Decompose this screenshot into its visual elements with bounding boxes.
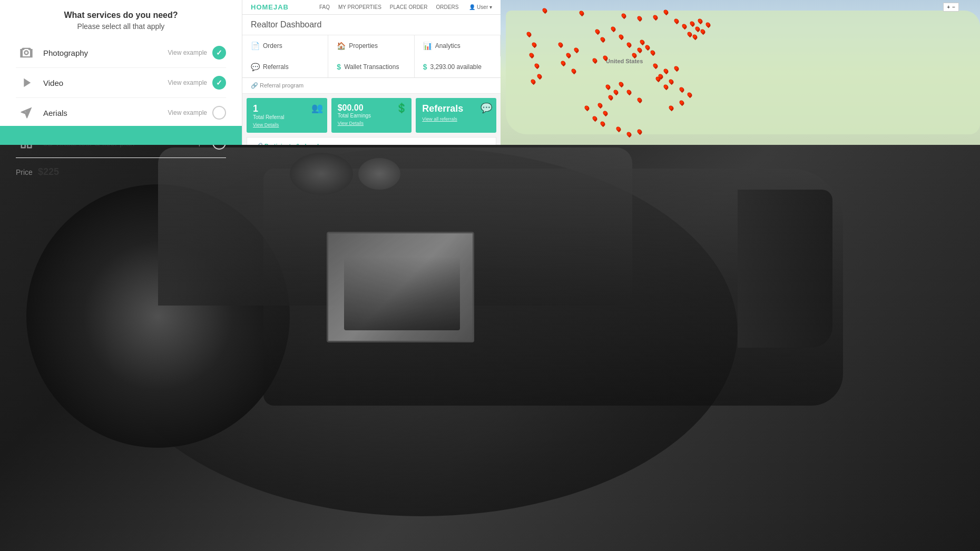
- dashboard-panel: HOMEJAB FAQ MY PROPERTIES PLACE ORDER OR…: [242, 0, 501, 145]
- stat-referral-details[interactable]: View Details: [253, 122, 321, 127]
- stat-card-referral: 👥 1 Total Referral View Details: [247, 98, 327, 133]
- stat-referral-number: 1: [253, 103, 321, 114]
- stat-earnings-label: Total Earnings: [338, 113, 406, 119]
- price-label: Price: [16, 168, 33, 176]
- map-zoom-out[interactable]: −: [952, 4, 955, 10]
- nav-analytics-label: Analytics: [435, 42, 460, 50]
- video-checkbox[interactable]: [212, 76, 226, 90]
- logo-home: HOME: [251, 3, 273, 11]
- stat-referral-icon: 👥: [311, 102, 323, 114]
- homejab-logo: HOMEJAB: [251, 3, 289, 11]
- continue-button[interactable]: [0, 126, 242, 145]
- aerials-icon: [16, 102, 37, 123]
- dashboard-header: HOMEJAB FAQ MY PROPERTIES PLACE ORDER OR…: [242, 0, 501, 15]
- stats-grid: 👥 1 Total Referral View Details 💲 $00.00…: [242, 94, 501, 137]
- dashboard-title: Realtor Dashboard: [242, 15, 501, 35]
- stat-referral-label: Total Referral: [253, 114, 321, 120]
- stat-earnings-number: $00.00: [338, 103, 406, 113]
- stat-earnings-details[interactable]: View Details: [338, 121, 406, 126]
- video-view-example[interactable]: View example: [168, 79, 207, 86]
- properties-icon: 🏠: [337, 42, 346, 50]
- nav-orders[interactable]: ORDERS: [436, 4, 459, 10]
- wallet-icon: $: [337, 63, 341, 71]
- services-title: What services do you need?: [16, 11, 226, 20]
- nav-properties[interactable]: 🏠 Properties: [328, 35, 414, 56]
- stat-referrals-label: Referrals: [422, 103, 490, 114]
- aerials-label: Aerials: [43, 109, 168, 117]
- balance-icon: $: [423, 63, 427, 71]
- nav-referrals-label: Referrals: [263, 63, 289, 71]
- logo-jab: JAB: [273, 3, 289, 11]
- photography-icon: [16, 42, 37, 63]
- photography-checkbox[interactable]: [212, 46, 226, 60]
- stat-earnings-icon: 💲: [396, 102, 407, 114]
- service-item-aerials[interactable]: Aerials View example: [16, 98, 226, 128]
- share-section: 🔗 Participate & share! Please invite you…: [247, 137, 496, 145]
- video-label: Video: [43, 78, 168, 87]
- header-nav: FAQ MY PROPERTIES PLACE ORDER ORDERS: [319, 4, 458, 10]
- nav-properties-label: Properties: [349, 42, 378, 50]
- us-label: United States: [606, 58, 643, 64]
- price-row: Price $225: [16, 163, 226, 178]
- stat-referrals-icon: 💬: [481, 102, 492, 114]
- nav-balance[interactable]: $ 3,293.00 available: [415, 56, 501, 77]
- aerials-view-example[interactable]: View example: [168, 109, 207, 116]
- service-item-photography[interactable]: Photography View example: [16, 38, 226, 68]
- nav-analytics[interactable]: 📊 Analytics: [415, 35, 501, 56]
- analytics-icon: 📊: [423, 42, 432, 50]
- nav-place-order[interactable]: PLACE ORDER: [390, 4, 428, 10]
- services-subtitle: Please select all that apply: [16, 22, 226, 31]
- nav-properties[interactable]: MY PROPERTIES: [338, 4, 381, 10]
- referrals-icon: 💬: [251, 63, 260, 71]
- map-land-us: [506, 11, 980, 134]
- referral-bar: 🔗 Referral program: [242, 78, 501, 94]
- nav-balance-label: 3,293.00 available: [430, 63, 481, 71]
- nav-orders-label: Orders: [263, 42, 282, 50]
- dashboard-nav-grid: 📄 Orders 🏠 Properties 📊 Analytics 💬 Refe…: [242, 35, 501, 78]
- stat-referrals-details[interactable]: View all referrals: [422, 116, 490, 122]
- nav-referrals[interactable]: 💬 Referrals: [242, 56, 328, 77]
- photography-view-example[interactable]: View example: [168, 49, 207, 56]
- aerials-checkbox[interactable]: [212, 106, 226, 120]
- share-title: 🔗 Participate & share!: [256, 143, 487, 145]
- map-zoom-in[interactable]: +: [947, 4, 950, 10]
- price-value: $225: [38, 166, 59, 178]
- photography-label: Photography: [43, 48, 168, 57]
- stat-card-earnings: 💲 $00.00 Total Earnings View Details: [331, 98, 412, 133]
- video-icon: [16, 72, 37, 93]
- services-panel: What services do you need? Please select…: [0, 0, 242, 145]
- nav-wallet-label: Wallet Transactions: [344, 63, 399, 71]
- nav-wallet[interactable]: $ Wallet Transactions: [328, 56, 414, 77]
- user-nav[interactable]: 👤 User ▾: [469, 4, 492, 10]
- map-controls[interactable]: + −: [943, 3, 959, 12]
- stat-card-referrals: 💬 Referrals View all referrals: [416, 98, 496, 133]
- map-panel: United States + −: [501, 0, 980, 145]
- map-background: United States + −: [501, 0, 980, 145]
- nav-orders[interactable]: 📄 Orders: [242, 35, 328, 56]
- nav-faq[interactable]: FAQ: [319, 4, 330, 10]
- top-panels-container: What services do you need? Please select…: [0, 0, 980, 145]
- service-item-video[interactable]: Video View example: [16, 68, 226, 98]
- orders-icon: 📄: [251, 42, 260, 50]
- referral-program-label: 🔗 Referral program: [251, 82, 303, 88]
